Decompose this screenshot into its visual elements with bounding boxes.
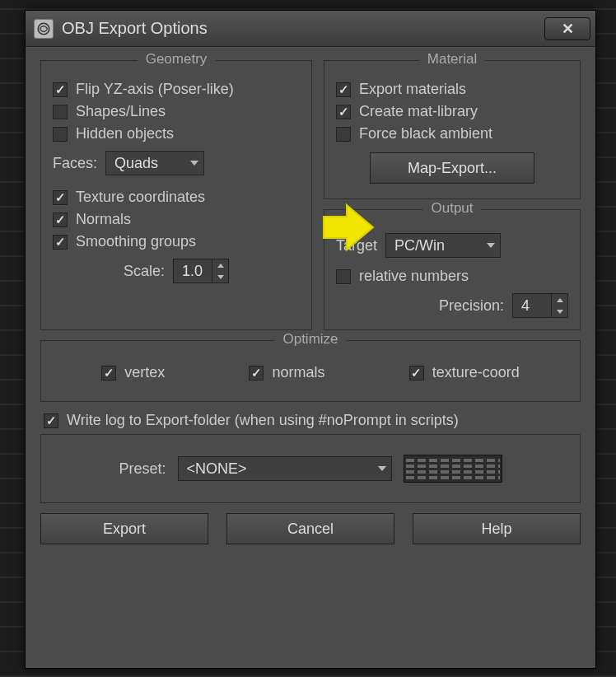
export-materials-checkbox[interactable]: Export materials: [336, 81, 568, 98]
target-label: Target: [336, 237, 377, 254]
preset-label: Preset:: [119, 460, 166, 478]
write-log-checkbox[interactable]: Write log to Export-folder (when using #…: [44, 412, 577, 429]
app-icon: [34, 19, 54, 39]
checkbox-icon: [44, 413, 58, 428]
help-button[interactable]: Help: [413, 513, 581, 544]
checkbox-icon: [53, 190, 68, 205]
checkbox-icon: [101, 366, 116, 381]
checkbox-icon: [336, 105, 351, 119]
dialog-body: Geometry Flip YZ-axis (Poser-like) Shape…: [26, 47, 595, 668]
preset-group: Preset: <NONE>: [40, 434, 581, 503]
cancel-button[interactable]: Cancel: [226, 513, 394, 544]
export-button[interactable]: Export: [40, 513, 208, 544]
material-legend: Material: [419, 51, 485, 68]
scale-spinner[interactable]: 1.0: [173, 259, 229, 283]
chevron-down-icon: [487, 243, 495, 248]
chevron-down-icon: [190, 161, 198, 166]
precision-spinner[interactable]: 4: [512, 293, 568, 318]
material-group: Material Export materials Create mat-lib…: [324, 60, 581, 199]
normals-checkbox[interactable]: Normals: [53, 211, 300, 228]
checkbox-icon: [53, 127, 68, 142]
target-select[interactable]: PC/Win: [385, 233, 501, 258]
target-value: PC/Win: [394, 237, 445, 254]
map-export-button[interactable]: Map-Export...: [370, 152, 534, 184]
spinner-up-icon[interactable]: [212, 259, 228, 271]
geometry-legend: Geometry: [138, 51, 216, 68]
checkbox-icon: [336, 269, 351, 284]
preset-select[interactable]: <NONE>: [178, 456, 392, 481]
texture-coords-checkbox[interactable]: Texture coordinates: [53, 189, 300, 206]
checkbox-icon: [53, 105, 68, 119]
shapes-lines-checkbox[interactable]: Shapes/Lines: [53, 103, 300, 120]
precision-value: 4: [513, 294, 551, 317]
optimize-group: Optimize vertex normals texture-coord: [40, 340, 581, 402]
optimize-vertex-checkbox[interactable]: vertex: [101, 364, 165, 381]
checkbox-icon: [53, 82, 68, 97]
create-matlibrary-checkbox[interactable]: Create mat-library: [336, 103, 568, 120]
spinner-down-icon[interactable]: [212, 271, 228, 282]
optimize-legend: Optimize: [274, 331, 346, 348]
scale-value: 1.0: [174, 259, 212, 282]
checkbox-icon: [409, 366, 424, 381]
smoothing-groups-checkbox[interactable]: Smoothing groups: [53, 233, 300, 250]
close-button[interactable]: ✕: [544, 17, 590, 40]
hidden-objects-checkbox[interactable]: Hidden objects: [53, 125, 300, 142]
flip-yz-checkbox[interactable]: Flip YZ-axis (Poser-like): [53, 81, 300, 98]
preset-manager-button[interactable]: [404, 455, 502, 483]
preset-value: <NONE>: [187, 460, 247, 478]
scale-label: Scale:: [124, 263, 165, 280]
output-legend: Output: [422, 200, 481, 217]
checkbox-icon: [336, 82, 351, 97]
checkbox-icon: [336, 127, 351, 142]
obj-export-dialog: OBJ Export Options ✕ Geometry Flip YZ-ax…: [25, 10, 596, 669]
titlebar[interactable]: OBJ Export Options ✕: [26, 11, 595, 47]
faces-label: Faces:: [53, 155, 97, 172]
checkbox-icon: [53, 212, 68, 227]
precision-label: Precision:: [439, 297, 504, 315]
output-group: Output Target PC/Win relative numbers Pr…: [324, 209, 581, 330]
checkbox-icon: [53, 235, 68, 250]
window-title: OBJ Export Options: [62, 19, 544, 38]
optimize-normals-checkbox[interactable]: normals: [249, 364, 324, 381]
close-icon: ✕: [562, 20, 574, 38]
spinner-up-icon[interactable]: [552, 294, 567, 306]
faces-select[interactable]: Quads: [105, 151, 204, 175]
geometry-group: Geometry Flip YZ-axis (Poser-like) Shape…: [40, 60, 312, 330]
relative-numbers-checkbox[interactable]: relative numbers: [336, 268, 568, 285]
checkbox-icon: [249, 366, 264, 381]
optimize-texcoord-checkbox[interactable]: texture-coord: [409, 364, 520, 381]
chevron-down-icon: [378, 466, 386, 471]
faces-value: Quads: [114, 155, 158, 172]
spinner-down-icon[interactable]: [552, 306, 567, 317]
force-black-ambient-checkbox[interactable]: Force black ambient: [336, 125, 568, 142]
